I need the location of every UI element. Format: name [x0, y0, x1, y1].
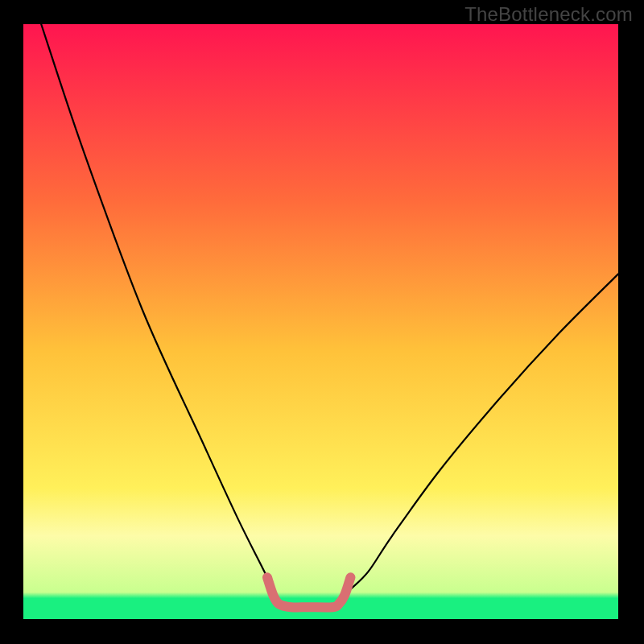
- watermark-text: TheBottleneck.com: [464, 3, 633, 26]
- gradient-background: [23, 24, 618, 619]
- chart-frame: TheBottleneck.com: [0, 0, 644, 644]
- chart-canvas: [23, 24, 618, 619]
